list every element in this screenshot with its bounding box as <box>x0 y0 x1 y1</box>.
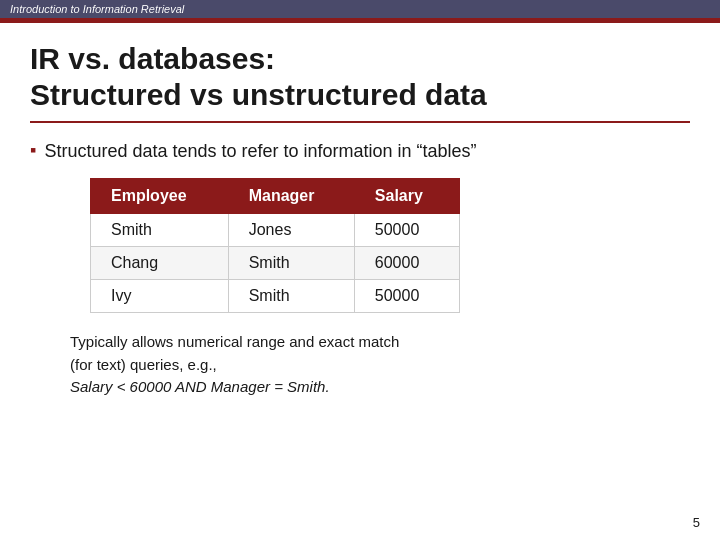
cell-salary-2: 60000 <box>354 247 459 280</box>
title-line2: Structured vs unstructured data <box>30 78 487 111</box>
slide-title: IR vs. databases: Structured vs unstruct… <box>30 41 690 113</box>
footer-line1: Typically allows numerical range and exa… <box>70 333 399 350</box>
col-header-salary: Salary <box>354 179 459 214</box>
footer-text: Typically allows numerical range and exa… <box>70 331 690 399</box>
cell-employee-2: Chang <box>91 247 229 280</box>
table-row: Ivy Smith 50000 <box>91 280 460 313</box>
page-number: 5 <box>693 515 700 530</box>
top-bar-label: Introduction to Information Retrieval <box>10 3 184 15</box>
cell-manager-3: Smith <box>228 280 354 313</box>
cell-manager-1: Jones <box>228 214 354 247</box>
bullet-section: ▪ Structured data tends to refer to info… <box>30 139 690 164</box>
main-content: IR vs. databases: Structured vs unstruct… <box>0 23 720 415</box>
footer-line3: Salary < 60000 AND Manager = Smith. <box>70 378 330 395</box>
table-container: Employee Manager Salary Smith Jones 5000… <box>90 178 690 313</box>
table-header-row: Employee Manager Salary <box>91 179 460 214</box>
table-row: Chang Smith 60000 <box>91 247 460 280</box>
title-line1: IR vs. databases: <box>30 42 275 75</box>
data-table: Employee Manager Salary Smith Jones 5000… <box>90 178 460 313</box>
col-header-employee: Employee <box>91 179 229 214</box>
cell-employee-1: Smith <box>91 214 229 247</box>
cell-salary-1: 50000 <box>354 214 459 247</box>
col-header-manager: Manager <box>228 179 354 214</box>
bullet-text: Structured data tends to refer to inform… <box>44 139 476 164</box>
table-row: Smith Jones 50000 <box>91 214 460 247</box>
footer-line2: (for text) queries, e.g., <box>70 356 217 373</box>
cell-manager-2: Smith <box>228 247 354 280</box>
title-divider <box>30 121 690 123</box>
cell-employee-3: Ivy <box>91 280 229 313</box>
cell-salary-3: 50000 <box>354 280 459 313</box>
top-bar: Introduction to Information Retrieval <box>0 0 720 18</box>
bullet-icon: ▪ <box>30 140 36 161</box>
